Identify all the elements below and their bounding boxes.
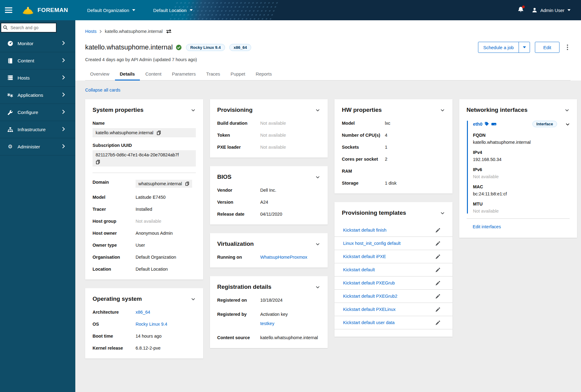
system-properties-card: System properties Name katello.whatsupho… (85, 99, 203, 280)
field-value: bc:24:11:b8:e1:cf (473, 191, 570, 196)
tab-overview[interactable]: Overview (85, 71, 114, 80)
edit-button[interactable]: Edit (535, 42, 559, 53)
edit-template-icon[interactable] (436, 294, 440, 299)
collapse-card-button[interactable] (315, 241, 320, 247)
model-row: Model Latitude E7450 (93, 195, 196, 200)
template-link[interactable]: Kickstart default finish (343, 228, 386, 233)
brand[interactable]: FOREMAN (22, 6, 68, 15)
nav-toggle-button[interactable] (0, 7, 17, 13)
kebab-menu-button[interactable] (564, 43, 571, 52)
search-input[interactable] (1, 23, 57, 33)
field-label: Cores per socket (342, 157, 385, 162)
title-row: katello.whatsuphome.internal Rocky Linux… (85, 42, 571, 53)
tab-puppet[interactable]: Puppet (226, 71, 250, 80)
user-menu[interactable]: Admin User (532, 7, 571, 13)
collapse-interface-button[interactable] (566, 121, 570, 127)
angle-right-icon (62, 41, 65, 45)
template-link[interactable]: Kickstart default PXEGrub (343, 280, 395, 285)
card-title: Networking interfaces (467, 107, 528, 113)
sidebar-item-content[interactable]: Content (0, 52, 75, 69)
collapse-card-button[interactable] (564, 107, 570, 113)
copy-button[interactable] (96, 160, 100, 164)
tab-traces[interactable]: Traces (201, 71, 225, 80)
org-selector-label: Default Organization (87, 8, 129, 13)
masthead-right: Admin User (518, 6, 581, 14)
collapse-all-cards-link[interactable]: Collapse all cards (85, 88, 120, 92)
collapse-card-button[interactable] (440, 210, 445, 216)
field-value: 2 (385, 157, 387, 162)
field-value: User (136, 243, 145, 248)
divider (467, 218, 570, 219)
copy-button[interactable] (185, 182, 189, 186)
template-link[interactable]: Kickstart default iPXE (343, 254, 386, 259)
tab-details[interactable]: Details (115, 71, 140, 80)
hamburger-icon (5, 7, 12, 13)
edit-template-icon[interactable] (436, 268, 440, 272)
edit-template-icon[interactable] (436, 281, 440, 285)
sidebar-item-administer[interactable]: ⚙ Administer (0, 138, 75, 155)
tab-content[interactable]: Content (140, 71, 167, 80)
template-row: Linux host_init_config default (334, 237, 453, 250)
edit-template-icon[interactable] (436, 241, 440, 246)
switch-host-icon[interactable] (166, 29, 172, 33)
caret-down-icon (567, 9, 571, 11)
field-label: Registered on (217, 298, 260, 303)
os-badge: Rocky Linux 9.4 (186, 44, 225, 51)
schedule-job-caret-button[interactable] (519, 42, 530, 53)
sidebar-item-label: Infrastructure (18, 127, 45, 132)
edit-template-icon[interactable] (436, 254, 440, 259)
field-value: 821127b5-0d6c-47e1-8c4a-20e70824ab7f (96, 152, 193, 157)
collapse-card-button[interactable] (191, 107, 196, 113)
location-selector[interactable]: Default Location (153, 8, 192, 13)
tab-parameters[interactable]: Parameters (167, 71, 201, 80)
card-title: Registration details (217, 284, 271, 290)
field-label: Running on (217, 255, 260, 260)
user-name: Admin User (540, 8, 564, 13)
schedule-job-button[interactable]: Schedule a job (478, 42, 519, 53)
architecture-link[interactable]: x86_64 (136, 310, 150, 315)
edit-template-icon[interactable] (436, 307, 440, 312)
os-link[interactable]: Rocky Linux 9.4 (136, 322, 167, 327)
sidebar-item-infrastructure[interactable]: Infrastructure (0, 121, 75, 138)
field-label: FQDN (473, 133, 570, 138)
field-value: Not available (136, 219, 161, 224)
brand-name: FOREMAN (38, 7, 68, 14)
collapse-card-button[interactable] (315, 174, 320, 180)
collapse-card-button[interactable] (191, 296, 196, 302)
interface-name-link[interactable]: eth0 (473, 121, 497, 127)
collapse-card-button[interactable] (315, 107, 320, 113)
field-value: Not available (473, 209, 570, 214)
breadcrumb-hosts-link[interactable]: Hosts (85, 29, 97, 34)
sidebar-item-hosts[interactable]: Hosts (0, 69, 75, 87)
template-row: Kickstart default user data (334, 316, 453, 329)
field-label: PXE loader (217, 145, 260, 150)
sidebar-item-monitor[interactable]: Monitor (0, 35, 75, 52)
sidebar-item-configure[interactable]: Configure (0, 104, 75, 121)
org-selector[interactable]: Default Organization (87, 8, 136, 13)
template-link[interactable]: Kickstart default (343, 267, 375, 272)
collapse-card-button[interactable] (315, 284, 320, 290)
main-area: Hosts katello.whatsuphome.internal katel… (75, 20, 581, 392)
host-group-row: Host group Not available (93, 219, 196, 224)
mtu-field: MTU Not available (473, 202, 570, 214)
edit-interfaces-link[interactable]: Edit interfaces (473, 224, 501, 229)
field-label: Storage (342, 181, 385, 186)
chevron-down-icon (316, 286, 320, 288)
notifications-button[interactable] (518, 6, 524, 14)
interface-name: eth0 (473, 121, 483, 127)
collapse-card-button[interactable] (440, 107, 445, 113)
running-on-link[interactable]: WhatsupHomeProxmox (260, 255, 307, 260)
template-link[interactable]: Kickstart default PXELinux (343, 307, 396, 312)
edit-template-icon[interactable] (436, 228, 440, 233)
template-link[interactable]: Kickstart default user data (343, 320, 395, 325)
tab-reports[interactable]: Reports (251, 71, 277, 80)
activation-key-link[interactable]: testkey (260, 321, 288, 326)
registration-details-card: Registration details Registered on 10/18… (210, 276, 328, 348)
template-link[interactable]: Kickstart default PXEGrub2 (343, 294, 397, 299)
template-link[interactable]: Linux host_init_config default (343, 241, 401, 246)
edit-template-icon[interactable] (436, 320, 440, 325)
copy-button[interactable] (156, 131, 161, 135)
sidebar-item-applications[interactable]: Applications (0, 87, 75, 104)
sidebar-item-label: Administer (18, 144, 40, 150)
field-label: Host group (93, 219, 136, 224)
